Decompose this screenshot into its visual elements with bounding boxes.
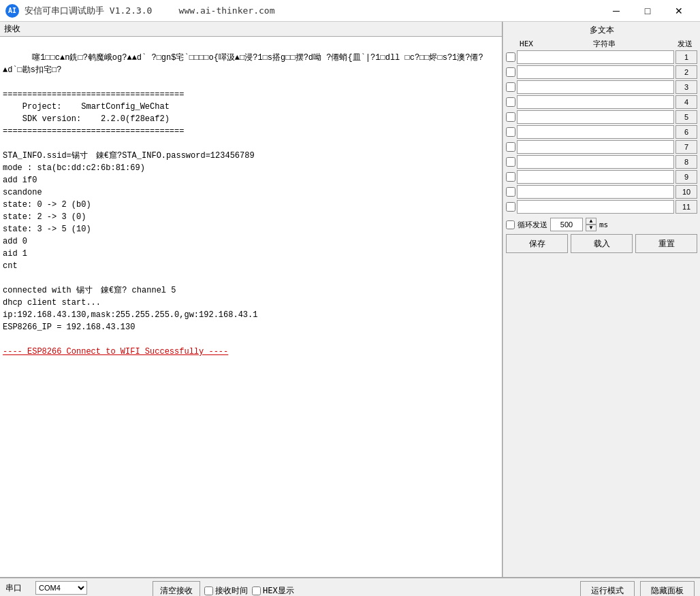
multitext-text-input-2[interactable] [517,65,674,79]
multitext-header: 多文本 [506,24,697,36]
right-action-buttons: 运行模式 下载模式 [580,581,635,596]
title-text: 安信可串口调试助手 V1.2.3.0 www.ai-thinker.com [25,5,274,17]
multitext-send-button-7[interactable]: 7 [675,140,697,154]
multitext-row-6: 6 [506,125,697,139]
hex-display-checkbox-label[interactable]: HEX显示 [252,585,294,597]
multitext-send-button-2[interactable]: 2 [675,65,697,79]
mid-row1: 清空接收 接收时间 HEX显示 [153,581,575,596]
left-panel: 接收 噻1□□c▲n銑□?鹌魔峨og?▲▲d` ?□gn$宅`□□□□o{噿汲▲… [0,22,503,577]
port-select[interactable]: COM4 [35,581,87,595]
multitext-row-9: 9 [506,170,697,184]
multitext-send-button-4[interactable]: 4 [675,95,697,109]
app-icon: AI [5,4,19,18]
multitext-buttons: 保存 载入 重置 [506,234,697,253]
reset-multitext-button[interactable]: 重置 [635,234,697,253]
multitext-row-1: 1 [506,50,697,64]
loop-spinners: ▲ ▼ [586,218,596,231]
timestamp-checkbox[interactable] [204,586,213,595]
receive-area[interactable]: 噻1□□c▲n銑□?鹌魔峨og?▲▲d` ?□gn$宅`□□□□o{噿汲▲□浸?… [0,37,502,577]
multitext-hex-checkbox-2[interactable] [506,67,515,77]
mid-controls: 清空接收 接收时间 HEX显示 保存接收 自动换行 [153,581,575,596]
loop-interval-input[interactable]: 500 [550,218,583,231]
multitext-hex-checkbox-10[interactable] [506,187,515,197]
multitext-rows: 1234567891011 [506,50,697,215]
hex-display-checkbox[interactable] [252,586,261,595]
loop-row: 循环发送 500 ▲ ▼ ms [506,218,697,231]
port-label: 串口 [5,582,33,594]
loop-decrement-button[interactable]: ▼ [586,225,596,231]
title-controls: ─ □ ✕ [601,0,695,22]
multitext-send-button-3[interactable]: 3 [675,80,697,94]
serial-settings: 串口 COM4 波特率 115200 数据位 8 检验位 No [5,581,87,596]
port-setting: 串口 COM4 [5,581,87,595]
multitext-row-10: 10 [506,185,697,199]
multitext-text-input-7[interactable] [517,140,674,154]
right-panel: 多文本 HEX 字符串 发送 1234567891011 循环发送 500 ▲ … [503,22,700,577]
multitext-send-button-6[interactable]: 6 [675,125,697,139]
multitext-text-input-11[interactable] [517,200,674,214]
multitext-send-button-11[interactable]: 11 [675,200,697,214]
main-area: 接收 噻1□□c▲n銑□?鹌魔峨og?▲▲d` ?□gn$宅`□□□□o{噿汲▲… [0,22,700,577]
multitext-text-input-3[interactable] [517,80,674,94]
multitext-row-8: 8 [506,155,697,169]
multitext-row-11: 11 [506,200,697,214]
multitext-hex-checkbox-5[interactable] [506,112,515,122]
multitext-text-input-9[interactable] [517,170,674,184]
multitext-hex-checkbox-4[interactable] [506,97,515,107]
minimize-button[interactable]: ─ [601,0,632,22]
receive-text-normal: 噻1□□c▲n銑□?鹌魔峨og?▲▲d` ?□gn$宅`□□□□o{噿汲▲□浸?… [3,53,483,332]
loop-increment-button[interactable]: ▲ [586,218,596,225]
title-bar: AI 安信可串口调试助手 V1.2.3.0 www.ai-thinker.com… [0,0,700,22]
bottom-panel: 串口 COM4 波特率 115200 数据位 8 检验位 No [0,577,700,596]
hide-panel-button[interactable]: 隐藏面板 [640,581,695,596]
multitext-hex-checkbox-9[interactable] [506,172,515,182]
multitext-hex-checkbox-3[interactable] [506,82,515,92]
multitext-send-button-8[interactable]: 8 [675,155,697,169]
load-multitext-button[interactable]: 载入 [571,234,633,253]
multitext-text-input-4[interactable] [517,95,674,109]
multitext-text-input-6[interactable] [517,125,674,139]
multitext-text-input-8[interactable] [517,155,674,169]
controls-row1: 串口 COM4 波特率 115200 数据位 8 检验位 No [0,578,700,596]
col-hex-label: HEX [517,39,536,48]
loop-unit-label: ms [599,220,608,229]
multitext-row-4: 4 [506,95,697,109]
multitext-hex-checkbox-1[interactable] [506,52,515,62]
loop-send-checkbox[interactable] [506,220,515,229]
multitext-hex-checkbox-11[interactable] [506,202,515,212]
receive-header: 接收 [0,22,502,37]
clear-receive-button[interactable]: 清空接收 [153,581,200,596]
multitext-row-3: 3 [506,80,697,94]
multitext-text-input-5[interactable] [517,110,674,124]
multitext-send-button-9[interactable]: 9 [675,170,697,184]
title-left: AI 安信可串口调试助手 V1.2.3.0 www.ai-thinker.com [5,4,274,18]
multitext-text-input-1[interactable] [517,50,674,64]
run-mode-button[interactable]: 运行模式 [580,581,635,596]
multitext-send-button-1[interactable]: 1 [675,50,697,64]
loop-send-label: 循环发送 [518,220,547,230]
maximize-button[interactable]: □ [632,0,663,22]
col-str-label: 字符串 [537,39,671,49]
multitext-row-5: 5 [506,110,697,124]
multitext-send-button-10[interactable]: 10 [675,185,697,199]
multitext-columns: HEX 字符串 发送 [506,39,697,49]
multitext-hex-checkbox-8[interactable] [506,157,515,167]
multitext-hex-checkbox-7[interactable] [506,142,515,152]
multitext-text-input-10[interactable] [517,185,674,199]
multitext-row-7: 7 [506,140,697,154]
success-line: ---- ESP8266 Connect to WIFI Successfull… [3,347,228,357]
timestamp-checkbox-label[interactable]: 接收时间 [204,585,248,597]
multitext-row-2: 2 [506,65,697,79]
close-button[interactable]: ✕ [663,0,695,22]
multitext-hex-checkbox-6[interactable] [506,127,515,137]
col-send-label: 发送 [673,39,697,49]
right-action-buttons2: 隐藏面板 显示历史 [640,581,695,596]
multitext-send-button-5[interactable]: 5 [675,110,697,124]
save-multitext-button[interactable]: 保存 [506,234,568,253]
